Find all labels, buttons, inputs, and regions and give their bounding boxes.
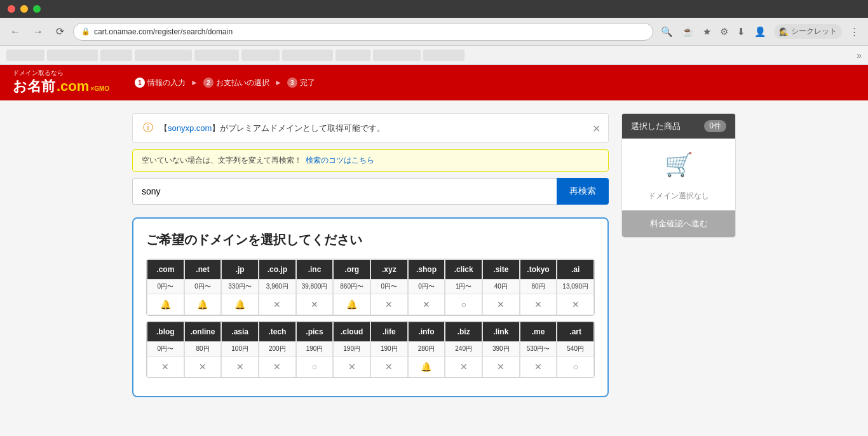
download-icon[interactable]: ⬇	[735, 24, 748, 40]
selected-header: 選択した商品 0件	[622, 114, 735, 139]
domain-cell[interactable]: .tech 200円 ✕	[259, 322, 296, 378]
domain-tld: .info	[409, 322, 445, 341]
domain-price: 100円	[222, 341, 258, 356]
domain-status: ✕	[520, 294, 557, 315]
domain-cell[interactable]: .pics 190円 ○	[296, 322, 334, 378]
domain-tld: .jp	[222, 260, 258, 279]
domain-cell[interactable]: .info 280円 🔔	[408, 322, 445, 378]
address-bar[interactable]: 🔒 cart.onamae.com/register/search/domain	[73, 23, 653, 41]
domain-cell[interactable]: .ai 13,090円 ✕	[557, 259, 594, 315]
domain-cell[interactable]: .com 0円〜 🔔	[147, 259, 184, 315]
close-button[interactable]	[8, 5, 15, 13]
domain-price: 200円	[259, 341, 295, 356]
domain-tld: .link	[483, 322, 519, 341]
alert-link[interactable]: sonyxp.com	[168, 123, 212, 133]
domain-cell[interactable]: .online 80円 ✕	[184, 322, 222, 378]
search-bar: 再検索	[132, 178, 609, 205]
step-1: 1 情報の入力	[135, 78, 186, 88]
domain-cell[interactable]: .life 190円 ✕	[370, 322, 408, 378]
incognito-badge: 🕵 シークレット	[774, 24, 842, 39]
domain-cell[interactable]: .me 530円〜 ✕	[520, 322, 557, 378]
bookmark-item[interactable]	[6, 50, 44, 61]
domain-price: 1円〜	[445, 279, 482, 294]
domain-cell[interactable]: .inc 39,800円 ✕	[296, 259, 334, 315]
logo-area: ドメイン取るなら お名前.com×GMO	[13, 69, 109, 96]
domain-cell[interactable]: .shop 0円〜 ✕	[408, 259, 445, 315]
domain-selection-box: ご希望のドメインを選択してください .com 0円〜 🔔 .net 0円〜 🔔 …	[132, 217, 609, 397]
search-button[interactable]: 再検索	[557, 178, 609, 205]
domain-tld: .ai	[557, 260, 593, 279]
domain-price: 0円〜	[147, 279, 184, 294]
page-header: ドメイン取るなら お名前.com×GMO 1 情報の入力 ► 2 お支払いの選択…	[0, 65, 868, 100]
forward-button[interactable]: →	[29, 24, 47, 40]
domain-status: ✕	[409, 294, 445, 315]
domain-tld: .shop	[409, 260, 445, 279]
domain-cell[interactable]: .org 860円〜 🔔	[333, 259, 370, 315]
bookmark-item[interactable]	[194, 50, 239, 61]
proceed-button[interactable]: 料金確認へ進む	[622, 210, 735, 237]
domain-tld: .tokyo	[520, 260, 557, 279]
domain-grid-row2: .blog 0円〜 ✕ .online 80円 ✕ .asia 100円 ✕ .…	[146, 321, 595, 378]
reload-button[interactable]: ⟳	[52, 23, 68, 40]
domain-cell[interactable]: .xyz 0円〜 ✕	[370, 259, 408, 315]
selected-count: 0件	[704, 120, 726, 132]
domain-cell[interactable]: .asia 100円 ✕	[221, 322, 259, 378]
domain-price: 390円	[483, 341, 519, 356]
step-3-num: 3	[287, 78, 297, 88]
domain-status: ✕	[483, 356, 519, 377]
domain-tld: .biz	[445, 322, 482, 341]
cart-icon: 🛒	[665, 151, 693, 178]
url-text: cart.onamae.com/register/search/domain	[94, 27, 233, 36]
profile-icon[interactable]: 👤	[752, 24, 769, 40]
maximize-button[interactable]	[33, 5, 41, 13]
step-3-label: 完了	[300, 78, 315, 88]
domain-cell[interactable]: .click 1円〜 ○	[445, 259, 482, 315]
back-button[interactable]: ←	[6, 24, 24, 40]
bookmarks-more[interactable]: »	[857, 50, 862, 60]
extensions-icon[interactable]: ☕	[679, 24, 696, 40]
bookmarks-bar: »	[0, 46, 868, 65]
domain-cell[interactable]: .link 390円 ✕	[482, 322, 520, 378]
bookmark-item[interactable]	[336, 50, 370, 61]
domain-status: 🔔	[334, 294, 370, 315]
domain-cell[interactable]: .co.jp 3,960円 ✕	[259, 259, 296, 315]
menu-button[interactable]: ⋮	[847, 24, 862, 40]
step-2: 2 お支払いの選択	[203, 78, 269, 88]
domain-price: 0円〜	[147, 341, 184, 356]
bookmark-item[interactable]	[100, 50, 132, 61]
search-input[interactable]	[132, 178, 557, 205]
domain-cell[interactable]: .site 40円 ✕	[482, 259, 520, 315]
bookmark-item[interactable]	[135, 50, 192, 61]
minimize-button[interactable]	[20, 5, 28, 13]
no-domain-text: ドメイン選択なし	[622, 191, 735, 210]
domain-tld: .com	[147, 260, 184, 279]
step-3: 3 完了	[287, 78, 315, 88]
domain-cell[interactable]: .jp 330円〜 🔔	[221, 259, 259, 315]
domain-tld: .asia	[222, 322, 258, 341]
domain-status: ✕	[185, 356, 221, 377]
domain-cell[interactable]: .blog 0円〜 ✕	[147, 322, 184, 378]
tip-link[interactable]: 検索のコツはこちら	[306, 155, 374, 166]
settings-icon[interactable]: ⚙	[717, 24, 731, 40]
bookmark-icon[interactable]: ★	[700, 24, 714, 40]
logo-main: お名前.com×GMO	[13, 77, 109, 96]
domain-tld: .online	[185, 322, 221, 341]
domain-tld: .cloud	[334, 322, 370, 341]
page-body: ⓘ 【sonyxp.com】がプレミアムドメインとして取得可能です。 ✕ 空いて…	[0, 100, 868, 436]
search-icon[interactable]: 🔍	[658, 24, 675, 40]
bookmark-item[interactable]	[282, 50, 333, 61]
bookmark-item[interactable]	[241, 50, 280, 61]
domain-price: 190円	[297, 341, 333, 356]
alert-close-button[interactable]: ✕	[592, 122, 600, 134]
domain-cell[interactable]: .tokyo 80円 ✕	[520, 259, 557, 315]
bookmark-item[interactable]	[423, 50, 465, 61]
domain-cell[interactable]: .biz 240円 ✕	[445, 322, 482, 378]
domain-status: ✕	[557, 294, 593, 315]
domain-cell[interactable]: .art 540円 ○	[557, 322, 594, 378]
bookmark-item[interactable]	[373, 50, 421, 61]
domain-price: 0円〜	[371, 279, 407, 294]
domain-status: ✕	[147, 356, 184, 377]
bookmark-item[interactable]	[47, 50, 98, 61]
domain-cell[interactable]: .net 0円〜 🔔	[184, 259, 222, 315]
domain-cell[interactable]: .cloud 190円 ✕	[333, 322, 370, 378]
